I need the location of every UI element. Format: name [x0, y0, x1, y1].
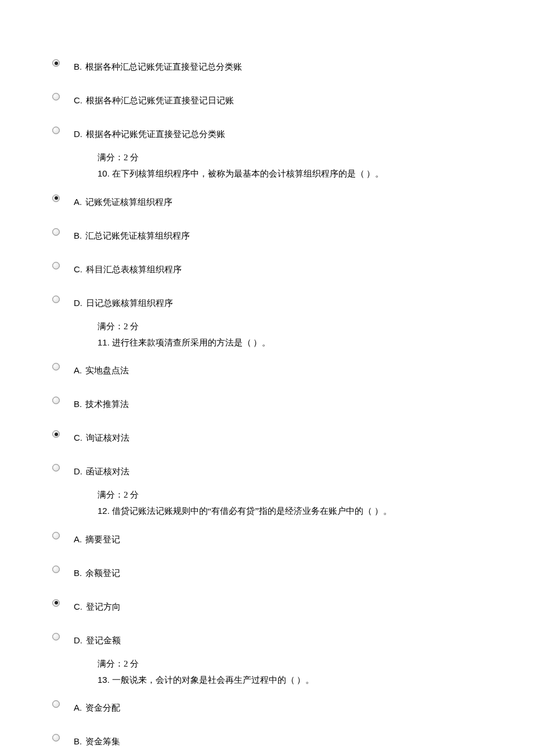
- option-label: 实地盘点法: [83, 366, 129, 375]
- option-text: B. 汇总记账凭证核算组织程序: [74, 229, 190, 242]
- option-letter: B.: [74, 399, 82, 409]
- option-label: 登记金额: [84, 636, 121, 645]
- radio-button[interactable]: [52, 93, 60, 100]
- option-row: B. 根据各种汇总记账凭证直接登记总分类账: [52, 58, 482, 73]
- option-label: 日记总账核算组织程序: [84, 298, 173, 308]
- option-letter: C.: [74, 433, 82, 442]
- option-letter: C.: [74, 95, 82, 105]
- radio-button[interactable]: [52, 363, 60, 370]
- option-letter: A.: [74, 534, 82, 544]
- option-label: 资金分配: [83, 703, 120, 712]
- radio-button[interactable]: [52, 734, 60, 741]
- option-label: 余额登记: [83, 568, 120, 578]
- option-label: 科目汇总表核算组织程序: [84, 265, 182, 274]
- option-letter: D.: [74, 466, 82, 476]
- option-row: D. 日记总账核算组织程序: [52, 294, 482, 309]
- radio-button[interactable]: [52, 228, 60, 236]
- score-line: 满分：2 分: [98, 319, 482, 334]
- option-label: 技术推算法: [83, 399, 129, 409]
- option-letter: C.: [74, 264, 82, 274]
- option-text: C. 根据各种汇总记账凭证直接登记日记账: [74, 94, 234, 107]
- radio-button[interactable]: [52, 633, 60, 640]
- option-row: C. 登记方向: [52, 598, 482, 613]
- radio-button[interactable]: [52, 262, 60, 269]
- question-number: 10.: [98, 168, 110, 178]
- question-meta: 满分：2 分13. 一般说来，会计的对象是社会再生产过程中的（ ）。: [98, 656, 482, 688]
- option-label: 摘要登记: [83, 535, 120, 544]
- option-row: D. 函证核对法: [52, 463, 482, 478]
- radio-button[interactable]: [52, 195, 60, 202]
- radio-button[interactable]: [52, 59, 60, 67]
- option-label: 登记方向: [84, 602, 121, 611]
- option-text: D. 日记总账核算组织程序: [74, 297, 173, 309]
- option-letter: B.: [74, 568, 82, 578]
- option-text: B. 余额登记: [74, 567, 120, 579]
- radio-button[interactable]: [52, 566, 60, 573]
- radio-button[interactable]: [52, 532, 60, 539]
- option-row: D. 根据各种记账凭证直接登记总分类账: [52, 125, 482, 141]
- option-row: C. 询证核对法: [52, 429, 482, 444]
- option-letter: B.: [74, 62, 82, 71]
- option-letter: A.: [74, 197, 82, 207]
- quiz-container: B. 根据各种汇总记账凭证直接登记总分类账C. 根据各种汇总记账凭证直接登记日记…: [52, 58, 482, 756]
- option-row: C. 根据各种汇总记账凭证直接登记日记账: [52, 92, 482, 107]
- option-label: 资金筹集: [83, 737, 120, 746]
- option-label: 询证核对法: [84, 433, 129, 442]
- option-letter: B.: [74, 231, 82, 240]
- option-text: C. 登记方向: [74, 600, 121, 613]
- option-text: B. 资金筹集: [74, 735, 120, 748]
- question-number: 11.: [98, 337, 110, 347]
- score-line: 满分：2 分: [98, 656, 482, 671]
- question-text: 在下列核算组织程序中，被称为最基本的会计核算组织程序的是（ ）。: [110, 169, 384, 178]
- option-row: B. 汇总记账凭证核算组织程序: [52, 227, 482, 242]
- radio-button[interactable]: [52, 296, 60, 303]
- option-text: C. 科目汇总表核算组织程序: [74, 263, 182, 276]
- option-row: D. 登记金额: [52, 632, 482, 647]
- question-number: 12.: [98, 506, 110, 516]
- radio-button[interactable]: [52, 127, 60, 134]
- option-row: A. 记账凭证核算组织程序: [52, 193, 482, 208]
- option-label: 根据各种汇总记账凭证直接登记日记账: [84, 96, 234, 105]
- question-text: 借贷记账法记账规则中的“有借必有贷”指的是经济业务在账户中的（ ）。: [110, 506, 392, 516]
- option-label: 根据各种记账凭证直接登记总分类账: [84, 129, 225, 139]
- question-number: 13.: [98, 675, 110, 685]
- option-label: 记账凭证核算组织程序: [83, 197, 172, 207]
- question-line: 11. 进行往来款项清查所采用的方法是（ ）。: [98, 335, 482, 350]
- option-text: B. 根据各种汇总记账凭证直接登记总分类账: [74, 60, 242, 73]
- option-row: B. 余额登记: [52, 564, 482, 579]
- option-text: C. 询证核对法: [74, 431, 129, 444]
- radio-button[interactable]: [52, 397, 60, 404]
- option-letter: D.: [74, 298, 82, 308]
- option-letter: D.: [74, 635, 82, 645]
- radio-button[interactable]: [52, 700, 60, 708]
- option-text: D. 登记金额: [74, 634, 121, 647]
- option-letter: D.: [74, 129, 82, 139]
- question-meta: 满分：2 分11. 进行往来款项清查所采用的方法是（ ）。: [98, 319, 482, 351]
- question-line: 12. 借贷记账法记账规则中的“有借必有贷”指的是经济业务在账户中的（ ）。: [98, 503, 482, 519]
- option-row: B. 资金筹集: [52, 733, 482, 748]
- option-label: 根据各种汇总记账凭证直接登记总分类账: [83, 62, 242, 71]
- option-text: D. 函证核对法: [74, 465, 129, 478]
- option-letter: B.: [74, 736, 82, 746]
- score-line: 满分：2 分: [98, 487, 482, 502]
- option-row: A. 资金分配: [52, 699, 482, 714]
- score-line: 满分：2 分: [98, 150, 482, 165]
- option-text: A. 实地盘点法: [74, 364, 129, 377]
- option-row: B. 技术推算法: [52, 395, 482, 411]
- radio-button[interactable]: [52, 464, 60, 471]
- option-text: A. 资金分配: [74, 701, 120, 714]
- radio-button[interactable]: [52, 430, 60, 438]
- option-row: A. 实地盘点法: [52, 362, 482, 377]
- question-text: 一般说来，会计的对象是社会再生产过程中的（ ）。: [110, 675, 315, 685]
- question-text: 进行往来款项清查所采用的方法是（ ）。: [110, 338, 271, 347]
- option-label: 汇总记账凭证核算组织程序: [83, 231, 190, 240]
- question-line: 10. 在下列核算组织程序中，被称为最基本的会计核算组织程序的是（ ）。: [98, 166, 482, 181]
- question-meta: 满分：2 分12. 借贷记账法记账规则中的“有借必有贷”指的是经济业务在账户中的…: [98, 487, 482, 519]
- option-letter: A.: [74, 365, 82, 375]
- option-label: 函证核对法: [84, 467, 129, 476]
- option-row: A. 摘要登记: [52, 531, 482, 546]
- radio-button[interactable]: [52, 599, 60, 607]
- question-line: 13. 一般说来，会计的对象是社会再生产过程中的（ ）。: [98, 672, 482, 687]
- option-text: B. 技术推算法: [74, 398, 129, 411]
- option-text: D. 根据各种记账凭证直接登记总分类账: [74, 128, 225, 141]
